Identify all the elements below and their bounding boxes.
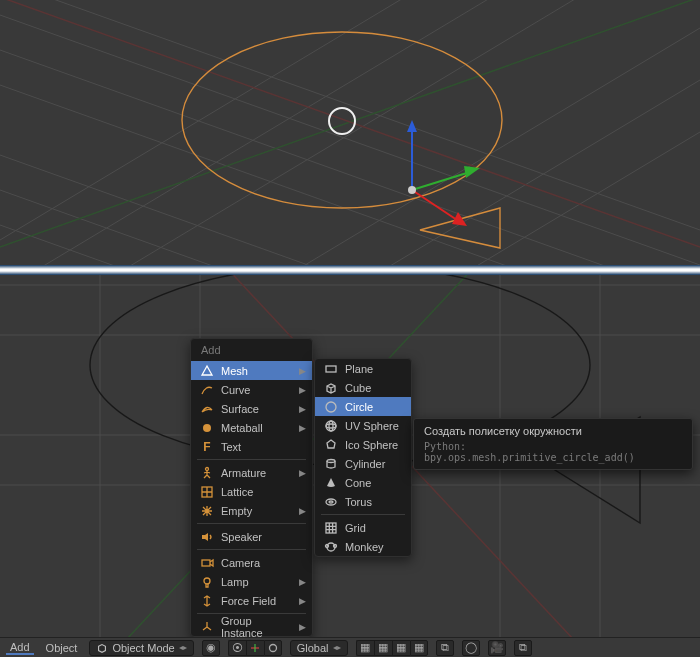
- monkey-icon: [323, 539, 339, 555]
- svg-point-42: [329, 501, 333, 503]
- mesh-circle[interactable]: Circle: [315, 397, 411, 416]
- svg-point-36: [326, 421, 336, 431]
- svg-point-47: [269, 644, 276, 651]
- svg-point-41: [326, 499, 336, 505]
- armature-icon: [199, 465, 215, 481]
- svg-point-30: [206, 467, 209, 470]
- 3d-cursor[interactable]: [328, 107, 356, 135]
- metaball-icon: [199, 420, 215, 436]
- grid-icon: [323, 520, 339, 536]
- add-menu-lamp[interactable]: Lamp▶: [191, 572, 312, 591]
- svg-line-12: [320, 0, 700, 265]
- svg-line-6: [0, 225, 700, 265]
- copy-button[interactable]: ⧉: [514, 640, 532, 656]
- surface-icon: [199, 401, 215, 417]
- curve-icon: [199, 382, 215, 398]
- orientation-selector[interactable]: Global◂▸: [290, 640, 348, 656]
- svg-point-35: [326, 402, 336, 412]
- svg-point-37: [326, 424, 336, 428]
- manip-rotate-button[interactable]: [264, 640, 282, 656]
- svg-rect-34: [326, 366, 336, 372]
- add-menu-group[interactable]: Group Instance▶: [191, 617, 312, 636]
- icosphere-icon: [323, 437, 339, 453]
- circle-icon: [323, 399, 339, 415]
- mode-selector[interactable]: Object Mode◂▸: [89, 640, 193, 656]
- svg-line-11: [250, 0, 700, 265]
- layers: ▦▦▦▦: [356, 640, 428, 656]
- svg-point-33: [204, 578, 210, 584]
- layer-button[interactable]: ▦: [374, 640, 392, 656]
- svg-rect-43: [326, 523, 336, 533]
- layer-button[interactable]: ▦: [392, 640, 410, 656]
- uvsphere-icon: [323, 418, 339, 434]
- svg-rect-32: [202, 560, 210, 566]
- chevron-right-icon: ▶: [299, 366, 306, 376]
- header-object[interactable]: Object: [42, 642, 82, 654]
- cube-icon: [323, 380, 339, 396]
- tooltip-title: Создать полисетку окружности: [424, 425, 682, 437]
- updown-icon: ◂▸: [179, 643, 187, 652]
- pivot-button[interactable]: ⦿: [228, 640, 246, 656]
- svg-line-10: [180, 0, 700, 265]
- pivot-group: ⦿: [228, 640, 282, 656]
- area-separator[interactable]: [0, 265, 700, 275]
- plane-icon: [323, 361, 339, 377]
- add-menu-armature[interactable]: Armature▶: [191, 463, 312, 482]
- torus-icon: [323, 494, 339, 510]
- mesh-cube[interactable]: Cube: [315, 378, 411, 397]
- add-menu-empty[interactable]: Empty▶: [191, 501, 312, 520]
- layer-button[interactable]: ▦: [356, 640, 374, 656]
- mesh-uvsphere[interactable]: UV Sphere: [315, 416, 411, 435]
- tooltip: Создать полисетку окружности Python: bpy…: [413, 418, 693, 470]
- add-menu-surface[interactable]: Surface▶: [191, 399, 312, 418]
- cylinder-icon: [323, 456, 339, 472]
- header-add[interactable]: Add: [6, 641, 34, 655]
- mesh-submenu: Plane Cube Circle UV Sphere Ico Sphere C…: [314, 358, 412, 557]
- svg-marker-39: [327, 440, 335, 448]
- add-menu-speaker[interactable]: Speaker: [191, 527, 312, 546]
- empty-icon: [199, 503, 215, 519]
- add-menu-metaball[interactable]: Metaball▶: [191, 418, 312, 437]
- svg-point-38: [329, 421, 333, 431]
- mesh-cylinder[interactable]: Cylinder: [315, 454, 411, 473]
- render-button[interactable]: 🎥: [488, 640, 506, 656]
- proportional-button[interactable]: ◯: [462, 640, 480, 656]
- lattice-icon: [199, 484, 215, 500]
- layer-button[interactable]: ▦: [410, 640, 428, 656]
- add-menu-curve[interactable]: Curve▶: [191, 380, 312, 399]
- add-menu-lattice[interactable]: Lattice: [191, 482, 312, 501]
- mesh-plane[interactable]: Plane: [315, 359, 411, 378]
- force-icon: [199, 593, 215, 609]
- svg-line-7: [0, 0, 600, 265]
- speaker-icon: [199, 529, 215, 545]
- text-icon: F: [199, 439, 215, 455]
- tooltip-python: Python: bpy.ops.mesh.primitive_circle_ad…: [424, 441, 682, 463]
- svg-point-40: [327, 459, 335, 462]
- svg-line-9: [40, 0, 700, 265]
- add-menu-camera[interactable]: Camera: [191, 553, 312, 572]
- add-menu: Add Mesh▶ Curve▶ Surface▶ Metaball▶ FTex…: [190, 338, 313, 637]
- svg-marker-28: [202, 366, 212, 375]
- viewport-top[interactable]: [0, 0, 700, 265]
- lamp-icon: [199, 574, 215, 590]
- svg-point-29: [203, 424, 211, 432]
- mesh-icosphere[interactable]: Ico Sphere: [315, 435, 411, 454]
- bottom-header: Add Object Object Mode◂▸ ◉ ⦿ Global◂▸ ▦▦…: [0, 637, 700, 657]
- cone-icon: [323, 475, 339, 491]
- add-menu-force[interactable]: Force Field▶: [191, 591, 312, 610]
- mesh-cone[interactable]: Cone: [315, 473, 411, 492]
- mesh-grid[interactable]: Grid: [315, 518, 411, 537]
- snap-button[interactable]: ⧉: [436, 640, 454, 656]
- mesh-icon: [199, 363, 215, 379]
- manip-translate-button[interactable]: [246, 640, 264, 656]
- mesh-monkey[interactable]: Monkey: [315, 537, 411, 556]
- add-menu-mesh[interactable]: Mesh▶: [191, 361, 312, 380]
- mesh-torus[interactable]: Torus: [315, 492, 411, 511]
- camera-icon: [199, 555, 215, 571]
- shading-solid-button[interactable]: ◉: [202, 640, 220, 656]
- add-menu-text[interactable]: FText: [191, 437, 312, 456]
- add-menu-title: Add: [191, 339, 312, 361]
- group-icon: [199, 619, 215, 635]
